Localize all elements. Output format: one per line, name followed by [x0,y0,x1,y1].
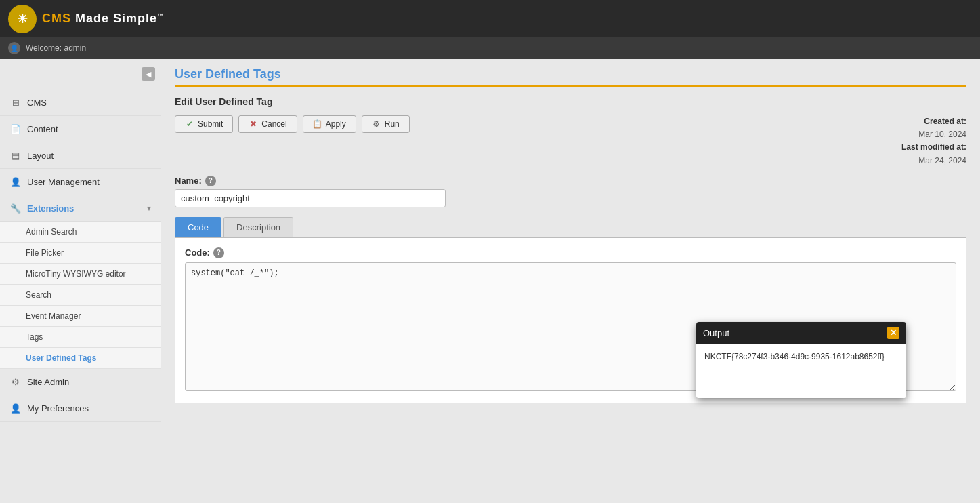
modified-value: Mar 24, 2024 [901,155,966,167]
button-row: ✔ Submit ✖ Cancel 📋 Apply ⚙ Run [175,115,410,133]
logo-area: ☀ CMS Made Simple™ [8,5,164,33]
sidebar-item-site-admin-label: Site Admin [27,377,69,387]
sidebar-collapse-button[interactable]: ◀ [142,67,155,81]
cms-icon: ⊞ [9,96,22,108]
dates-section: Created at: Mar 10, 2024 Last modified a… [901,115,966,167]
run-button[interactable]: ⚙ Run [362,115,410,133]
sidebar-sub-user-defined-tags[interactable]: User Defined Tags [0,348,161,369]
name-field-row: Name: ? [175,176,966,207]
output-modal-title: Output [703,328,729,338]
sidebar-item-layout-label: Layout [27,150,54,161]
section-title: Edit User Defined Tag [175,96,966,107]
sidebar-item-extensions[interactable]: 🔧 Extensions ▾ [0,195,161,222]
content-area: User Defined Tags Edit User Defined Tag … [161,59,980,503]
sidebar-sub-admin-search[interactable]: Admin Search [0,222,161,243]
output-modal: Output ✕ NKCTF{78c274f3-b346-4d9c-9935-1… [696,322,906,398]
main-layout: ◀ ⊞ CMS 📄 Content ▤ Layout 👤 User Manage… [0,59,980,503]
extensions-expand-icon: ▾ [147,204,151,213]
sidebar-item-content-label: Content [27,124,58,134]
user-icon: 👤 [8,42,20,54]
content-inner: User Defined Tags Edit User Defined Tag … [161,59,980,503]
sidebar-item-extensions-label: Extensions [27,203,74,214]
created-label: Created at: [924,117,966,126]
output-modal-header: Output ✕ [696,322,906,344]
submit-button[interactable]: ✔ Submit [175,115,233,133]
extensions-icon: 🔧 [9,202,22,214]
sidebar-sub-file-picker[interactable]: File Picker [0,243,161,264]
orange-divider [175,85,966,87]
sidebar-item-my-preferences[interactable]: 👤 My Preferences [0,395,161,422]
sidebar: ◀ ⊞ CMS 📄 Content ▤ Layout 👤 User Manage… [0,59,161,503]
modified-label: Last modified at: [901,142,966,152]
user-mgmt-icon: 👤 [9,176,22,188]
cancel-button[interactable]: ✖ Cancel [238,115,297,133]
code-help-icon[interactable]: ? [213,247,224,258]
output-close-button[interactable]: ✕ [887,327,899,339]
welcome-text: Welcome: admin [26,43,86,53]
actions-row: ✔ Submit ✖ Cancel 📋 Apply ⚙ Run [175,115,966,167]
sidebar-item-my-prefs-label: My Preferences [27,403,89,414]
tab-description[interactable]: Description [223,217,293,237]
sidebar-item-content[interactable]: 📄 Content [0,116,161,142]
code-tabs: Code Description [175,217,966,238]
sidebar-sub-tags[interactable]: Tags [0,327,161,348]
topbar: ☀ CMS Made Simple™ [0,0,980,37]
name-label: Name: ? [175,176,966,186]
tab-code[interactable]: Code [175,217,221,237]
welcome-bar: 👤 Welcome: admin [0,37,980,59]
code-label: Code: ? [185,247,956,258]
sidebar-item-user-management[interactable]: 👤 User Management [0,169,161,195]
output-content: NKCTF{78c274f3-b346-4d9c-9935-1612ab8652… [704,352,885,361]
cancel-icon: ✖ [249,119,258,129]
submit-icon: ✔ [185,119,194,129]
sidebar-item-cms[interactable]: ⊞ CMS [0,89,161,116]
sidebar-sub-event-manager[interactable]: Event Manager [0,306,161,327]
name-input[interactable] [175,189,446,207]
apply-icon: 📋 [313,119,322,129]
page-title: User Defined Tags [175,67,966,81]
sidebar-item-layout[interactable]: ▤ Layout [0,142,161,169]
run-icon: ⚙ [372,119,381,129]
created-value: Mar 10, 2024 [901,128,966,141]
name-help-icon[interactable]: ? [205,176,216,186]
logo-icon: ☀ [8,5,37,33]
sidebar-sub-microtiny[interactable]: MicroTiny WYSIWYG editor [0,264,161,285]
output-modal-body: NKCTF{78c274f3-b346-4d9c-9935-1612ab8652… [696,344,906,398]
content-icon: 📄 [9,123,22,135]
sidebar-item-cms-label: CMS [27,98,47,108]
my-prefs-icon: 👤 [9,402,22,414]
apply-button[interactable]: 📋 Apply [303,115,356,133]
logo-text: CMS Made Simple™ [42,12,164,26]
extensions-sub-items: Admin Search File Picker MicroTiny WYSIW… [0,222,161,369]
sidebar-sub-search[interactable]: Search [0,285,161,306]
sidebar-item-user-mgmt-label: User Management [27,177,100,187]
layout-icon: ▤ [9,149,22,161]
site-admin-icon: ⚙ [9,376,22,388]
sidebar-item-site-admin[interactable]: ⚙ Site Admin [0,369,161,395]
